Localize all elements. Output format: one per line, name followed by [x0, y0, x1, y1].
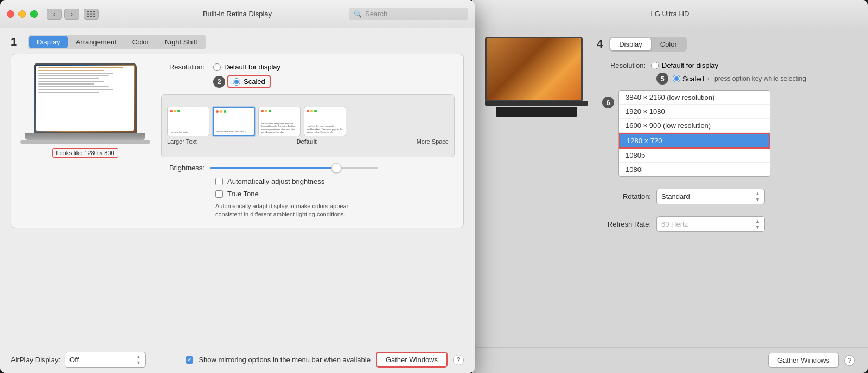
- rotation-select[interactable]: Standard ▲ ▼: [656, 189, 765, 204]
- tv-preview-section: [485, 37, 588, 338]
- res-thumb-larger[interactable]: Here's to the troubl: [167, 107, 209, 136]
- tv-base: [485, 101, 588, 106]
- scaled-option[interactable]: Scaled: [227, 75, 271, 88]
- brightness-slider[interactable]: [210, 167, 378, 169]
- res-item-2[interactable]: 1920 × 1080: [619, 105, 770, 119]
- step-1: 1: [11, 36, 22, 48]
- forward-button[interactable]: ›: [64, 9, 79, 20]
- right-tab-group: Display Color: [609, 37, 687, 52]
- radio-scaled-label: Scaled: [244, 78, 265, 86]
- laptop-base: [25, 133, 145, 140]
- right-bottom: Gather Windows ?: [472, 347, 868, 373]
- res-item-5[interactable]: 1080p: [619, 149, 770, 163]
- step-2: 2: [213, 76, 225, 88]
- brightness-fill: [210, 167, 336, 169]
- res-item-4[interactable]: 1280 × 720: [619, 133, 770, 149]
- minimize-button[interactable]: [18, 10, 26, 18]
- right-radio-default-label: Default for display: [662, 61, 718, 69]
- search-placeholder: Search: [365, 10, 387, 18]
- content-area: Looks like 1280 × 800 Resolution: Defaul…: [0, 54, 475, 346]
- radio-default-circle: [213, 63, 221, 71]
- refresh-rate-row: Refresh Rate: 60 Hertz ▲ ▼: [597, 216, 855, 232]
- thumb-img-4: Here's to the crazy ones who troublemake…: [304, 107, 346, 136]
- resolution-label: Resolution:: [161, 63, 205, 71]
- right-title: LG Ultra HD: [651, 10, 690, 18]
- thumb-img-3: Here's to the crazy ones who love things…: [258, 107, 301, 136]
- true-tone-desc: Automatically adapt display to make colo…: [161, 202, 351, 219]
- right-tab-display[interactable]: Display: [610, 38, 651, 50]
- tab-color[interactable]: Color: [125, 36, 157, 48]
- laptop-screen: [34, 63, 137, 133]
- nav-buttons: ‹ ›: [47, 9, 79, 20]
- press-key-note: ← press option key while selecting: [706, 75, 806, 82]
- bottom-right: ✓ Show mirroring options in the menu bar…: [186, 352, 464, 368]
- airplay-value: Off: [69, 356, 134, 364]
- true-tone-row: True Tone: [161, 190, 455, 198]
- right-titlebar: LG Ultra HD: [472, 0, 868, 28]
- refresh-rate-value: 60 Hertz: [661, 220, 755, 228]
- res-thumb-more-space[interactable]: Here's to the crazy ones who troublemake…: [304, 107, 346, 136]
- right-scaled-option: 5 Scaled ← press option key while select…: [656, 73, 806, 85]
- right-res-section: Resolution: Default for display 5 S: [597, 61, 855, 177]
- airplay-select[interactable]: Off ▲ ▼: [65, 352, 146, 368]
- radio-default[interactable]: Default for display: [213, 63, 280, 71]
- laptop-foot: [20, 140, 150, 144]
- tv-preview: [485, 37, 583, 102]
- radio-scaled-inner: [234, 80, 239, 84]
- res-thumb-3[interactable]: Here's to the crazy ones who love things…: [258, 107, 301, 136]
- right-help-button[interactable]: ?: [844, 355, 855, 366]
- res-list-section: 6 3840 × 2160 (low resolution) 1920 × 10…: [602, 88, 855, 177]
- res-item-6[interactable]: 1080i: [619, 163, 770, 176]
- rotation-arrows: ▲ ▼: [755, 191, 760, 202]
- right-scaled-row-wrapper: 5 Scaled ← press option key while select…: [597, 73, 855, 85]
- radio-default-label: Default for display: [224, 63, 280, 71]
- tab-group: Display Arrangement Color Night Shift: [28, 35, 206, 49]
- res-item-1[interactable]: 3840 × 2160 (low resolution): [619, 91, 770, 105]
- right-settings: 4 Display Color Resolution: Default for …: [597, 37, 855, 338]
- refresh-rate-select[interactable]: 60 Hertz ▲ ▼: [656, 216, 765, 232]
- thumbnails-container: Here's to the troubl: [161, 94, 455, 157]
- mirror-label: Show mirroring options in the menu bar w…: [199, 356, 371, 364]
- true-tone-label: True Tone: [227, 190, 259, 198]
- help-button[interactable]: ?: [453, 355, 464, 365]
- close-button[interactable]: [7, 10, 14, 18]
- left-panel: ‹ › Built-in Retina Display 🔍 Search 1 D…: [0, 0, 475, 373]
- auto-brightness-checkbox[interactable]: [215, 178, 223, 185]
- res-thumb-default[interactable]: Here's to the troubl ones who s: [213, 107, 255, 136]
- grid-button[interactable]: [84, 9, 99, 20]
- res-item-3[interactable]: 1600 × 900 (low resolution): [619, 119, 770, 133]
- radio-scaled-circle: [233, 78, 240, 86]
- label-default: Default: [297, 138, 317, 145]
- traffic-lights: [7, 10, 38, 18]
- brightness-row: Brightness:: [161, 164, 455, 172]
- bottom-bar: AirPlay Display: Off ▲ ▼ ✓ Show mirrorin…: [0, 346, 475, 373]
- search-bar[interactable]: 🔍 Search: [349, 8, 468, 20]
- right-res-row: Resolution: Default for display: [597, 61, 855, 69]
- right-res-label: Resolution:: [597, 61, 646, 69]
- back-button[interactable]: ‹: [47, 9, 62, 20]
- search-icon: 🔍: [354, 10, 362, 18]
- refresh-arrows: ▲ ▼: [755, 218, 760, 230]
- res-labels: Larger Text Default More Space: [167, 138, 449, 145]
- inner-box: Looks like 1280 × 800 Resolution: Defaul…: [11, 54, 464, 228]
- tab-arrangement[interactable]: Arrangement: [68, 36, 124, 48]
- maximize-button[interactable]: [30, 10, 38, 18]
- brightness-section: Brightness: Automatically adjust brightn…: [161, 164, 455, 219]
- res-thumbnails: Here's to the troubl: [167, 107, 449, 136]
- right-step-5: 5: [656, 73, 668, 85]
- right-radio-scaled-circle: [673, 75, 680, 82]
- right-tab-color[interactable]: Color: [652, 38, 686, 50]
- display-tab-header: 1 Display Arrangement Color Night Shift: [0, 28, 475, 54]
- auto-brightness-label: Automatically adjust brightness: [227, 177, 324, 185]
- tab-display[interactable]: Display: [29, 36, 68, 48]
- tab-night-shift[interactable]: Night Shift: [157, 36, 205, 48]
- true-tone-checkbox[interactable]: [215, 190, 223, 198]
- gather-windows-button[interactable]: Gather Windows: [376, 352, 448, 368]
- thumb-img-2: Here's to the troubl ones who s: [213, 107, 255, 136]
- brightness-thumb[interactable]: [331, 163, 341, 173]
- mirror-checkbox[interactable]: ✓: [186, 356, 193, 364]
- looks-like-label: Looks like 1280 × 800: [52, 148, 118, 158]
- right-radio-default[interactable]: Default for display: [651, 61, 718, 69]
- right-gather-windows-button[interactable]: Gather Windows: [768, 353, 839, 368]
- label-more-space: More Space: [417, 138, 449, 145]
